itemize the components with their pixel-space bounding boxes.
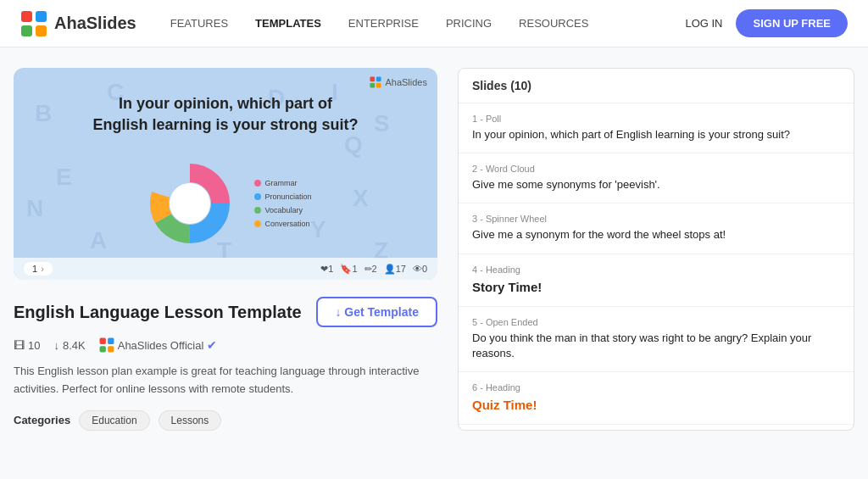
stat-views: 👁0: [413, 264, 427, 275]
main-nav: FEATURES TEMPLATES ENTERPRISE PRICING RE…: [170, 17, 686, 30]
logo[interactable]: AhaSlides: [20, 10, 136, 37]
left-panel: B C N A D I S X Y Z E Q T: [14, 68, 437, 431]
get-template-button[interactable]: ↓ Get Template: [316, 297, 437, 327]
logo-icon: [20, 10, 47, 37]
signup-button[interactable]: SIGN UP FREE: [736, 9, 848, 37]
stat-users: 👤17: [384, 264, 406, 275]
slide-type-5: 5 - Open Ended: [472, 317, 840, 327]
donut-chart: 6 6 3 2: [139, 153, 241, 254]
slide-text-4: Story Time!: [472, 278, 840, 296]
donut-labels: Grammar Pronunciation Vocabulary Co: [254, 179, 311, 228]
login-button[interactable]: LOG IN: [685, 17, 722, 30]
slide-item-4[interactable]: 4 - Heading Story Time!: [459, 254, 854, 307]
header: AhaSlides FEATURES TEMPLATES ENTERPRISE …: [0, 0, 868, 47]
slide-type-2: 2 - Word Cloud: [472, 164, 840, 174]
template-description: This English lesson plan example is grea…: [14, 363, 437, 398]
category-education[interactable]: Education: [79, 410, 149, 431]
preview-content: In your opinion, which part of English l…: [14, 68, 437, 280]
slide-type-4: 4 - Heading: [472, 265, 840, 275]
svg-rect-17: [99, 338, 105, 344]
header-actions: LOG IN SIGN UP FREE: [685, 9, 848, 37]
slide-item-3[interactable]: 3 - Spinner Wheel Give me a synonym for …: [459, 203, 854, 253]
slides-icon: 🎞: [14, 339, 25, 352]
stat-hearts: ❤1: [320, 264, 333, 275]
svg-text:6: 6: [175, 193, 180, 203]
logo-text: AhaSlides: [54, 14, 136, 33]
slide-text-2: Give me some synonyms for 'peevish'.: [472, 177, 840, 192]
preview-card: B C N A D I S X Y Z E Q T: [14, 68, 437, 280]
preview-title: In your opinion, which part of English l…: [90, 93, 361, 136]
svg-rect-3: [36, 25, 47, 36]
template-header: English Language Lesson Template ↓ Get T…: [14, 297, 437, 327]
nav-features[interactable]: FEATURES: [170, 17, 228, 30]
category-lessons[interactable]: Lessons: [159, 410, 222, 431]
categories-row: Categories Education Lessons: [14, 410, 437, 431]
donut-area: 6 6 3 2 Grammar Pronunciation: [139, 153, 311, 254]
downloads-meta: ↓ 8.4K: [53, 339, 85, 352]
slide-item-1[interactable]: 1 - Poll In your opinion, which part of …: [459, 103, 854, 153]
slide-item-2[interactable]: 2 - Word Cloud Give me some synonyms for…: [459, 153, 854, 203]
nav-enterprise[interactable]: ENTERPRISE: [348, 17, 419, 30]
slide-text-6: Quiz Time!: [472, 396, 840, 414]
svg-rect-19: [99, 346, 105, 352]
svg-rect-1: [36, 11, 47, 22]
author-meta: AhaSlides Official ✔: [99, 337, 218, 353]
slides-count-meta: 🎞 10: [14, 339, 40, 352]
svg-rect-18: [108, 338, 114, 344]
template-title: English Language Lesson Template: [14, 303, 302, 322]
svg-text:6: 6: [202, 193, 207, 203]
page-arrow-right[interactable]: ›: [41, 264, 44, 274]
downloads-icon: ↓: [53, 339, 59, 352]
page-number: 1: [32, 264, 37, 274]
stat-bookmark: 🔖1: [340, 264, 357, 275]
downloads-count: 8.4K: [63, 339, 86, 352]
slide-type-1: 1 - Poll: [472, 114, 840, 124]
main-content: B C N A D I S X Y Z E Q T: [0, 47, 868, 451]
author-logo-icon: [99, 337, 114, 353]
slides-header: Slides (10): [459, 69, 854, 103]
slide-text-5: Do you think the man in that story was r…: [472, 331, 840, 361]
svg-rect-2: [21, 25, 32, 36]
author-name: AhaSlides Official: [118, 339, 204, 352]
slides-list: 1 - Poll In your opinion, which part of …: [459, 103, 854, 430]
nav-resources[interactable]: RESOURCES: [519, 17, 588, 30]
stats-row: ❤1 🔖1 ✏2 👤17 👁0: [320, 264, 427, 275]
page-nav: 1 ›: [24, 262, 53, 276]
template-meta: 🎞 10 ↓ 8.4K AhaSlides Official ✔: [14, 337, 437, 353]
svg-rect-0: [21, 11, 32, 22]
slides-count: 10: [28, 339, 40, 352]
preview-footer: 1 › ❤1 🔖1 ✏2 👤17 👁0: [14, 258, 437, 280]
slide-type-3: 3 - Spinner Wheel: [472, 214, 840, 224]
slide-text-3: Give me a synonym for the word the wheel…: [472, 227, 840, 242]
slide-type-6: 6 - Heading: [472, 382, 840, 393]
slide-item-5[interactable]: 5 - Open Ended Do you think the man in t…: [459, 307, 854, 372]
nav-templates[interactable]: TEMPLATES: [255, 17, 321, 30]
svg-text:2: 2: [197, 211, 202, 220]
svg-point-12: [170, 183, 210, 224]
svg-rect-20: [108, 346, 114, 352]
slide-text-1: In your opinion, which part of English l…: [472, 127, 840, 142]
nav-pricing[interactable]: PRICING: [446, 17, 492, 30]
categories-label: Categories: [14, 414, 70, 426]
svg-text:3: 3: [184, 211, 189, 220]
verified-icon: ✔: [207, 338, 217, 352]
slide-item-6[interactable]: 6 - Heading Quiz Time!: [459, 372, 854, 425]
right-panel: Slides (10) 1 - Poll In your opinion, wh…: [458, 68, 854, 431]
stat-edits: ✏2: [364, 264, 377, 275]
